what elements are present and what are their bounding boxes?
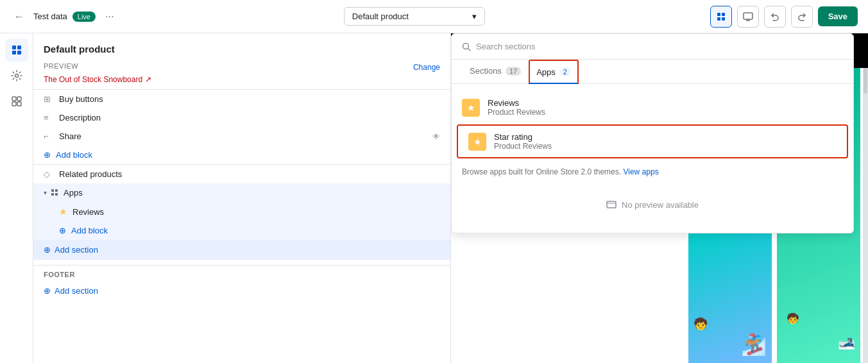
sections-icon[interactable] — [5, 38, 28, 62]
add-section-icon: ⊕ — [44, 245, 51, 255]
svg-point-11 — [15, 74, 18, 78]
svg-rect-10 — [17, 51, 21, 55]
sidebar-item-description[interactable]: ≡ Description — [33, 108, 450, 127]
sidebar-add-block-2[interactable]: ⊕ Add block — [33, 221, 450, 240]
tab-sections[interactable]: Sections 17 — [462, 60, 529, 83]
overlay-content: ★ Reviews Product Reviews ★ Star rati — [452, 84, 853, 233]
description-icon: ≡ — [44, 113, 54, 122]
svg-rect-16 — [51, 189, 54, 192]
sidebar-item-share[interactable]: ⌐ Share 👁 — [33, 127, 450, 146]
sidebar-item-related-products[interactable]: ◇ Related products — [33, 165, 450, 183]
chevron-icon: ▾ — [44, 189, 47, 196]
sidebar: Default product PREVIEW Change The Out o… — [33, 33, 451, 363]
footer-add-icon: ⊕ — [44, 286, 51, 296]
apps-icon[interactable] — [5, 90, 28, 113]
scrollbar[interactable] — [863, 68, 868, 363]
svg-rect-15 — [17, 102, 21, 106]
star-rating-badge: ★ — [468, 133, 486, 151]
svg-rect-7 — [12, 46, 16, 49]
buy-buttons-icon: ⊞ — [44, 94, 54, 104]
overlay-tabs: Sections 17 Apps 2 — [452, 60, 853, 84]
svg-rect-2 — [717, 17, 720, 21]
main-area: Default product PREVIEW Change The Out o… — [0, 33, 868, 363]
star-rating-inner[interactable]: ★ Star rating Product Reviews — [458, 126, 847, 157]
apps-section-icon — [51, 189, 60, 198]
apps-label: Apps — [64, 188, 83, 198]
related-products-icon: ◇ — [44, 169, 54, 179]
change-button[interactable]: Change — [413, 63, 440, 72]
svg-rect-12 — [12, 97, 16, 101]
preview-container: Sections 17 Apps 2 ★ Reviews Produ — [451, 33, 868, 363]
chevron-down-icon: ▾ — [472, 12, 477, 21]
add-section-button[interactable]: ⊕ Add section — [33, 240, 450, 260]
add-icon-2: ⊕ — [59, 226, 66, 235]
reviews-list-item[interactable]: ★ Reviews Product Reviews — [452, 92, 853, 123]
add-icon-1: ⊕ — [44, 150, 51, 160]
no-preview-icon — [606, 199, 617, 210]
reviews-star-icon: ★ — [59, 207, 67, 217]
sidebar-reviews-item[interactable]: ★ Reviews — [33, 202, 450, 221]
svg-line-21 — [468, 48, 471, 51]
svg-rect-18 — [51, 193, 54, 196]
left-icon-strip — [0, 33, 33, 363]
eye-icon: 👁 — [432, 132, 440, 141]
topbar-left: ← Test data Live ··· — [10, 8, 119, 26]
footer-add-section-button[interactable]: ⊕ Add section — [33, 281, 450, 301]
svg-rect-3 — [722, 17, 725, 21]
overlay-search-row — [452, 34, 853, 60]
footer-label: FOOTER — [33, 266, 450, 281]
topbar: ← Test data Live ··· Default product ▾ — [0, 0, 868, 33]
svg-rect-22 — [607, 201, 616, 208]
preview-label: PREVIEW — [44, 62, 78, 70]
svg-rect-9 — [12, 51, 16, 55]
topbar-center: Default product ▾ — [126, 7, 702, 26]
sidebar-title: Default product — [44, 44, 440, 55]
template-selector[interactable]: Default product ▾ — [344, 7, 485, 26]
sidebar-add-block-1[interactable]: ⊕ Add block — [33, 146, 450, 164]
svg-rect-4 — [744, 13, 753, 19]
preview-link[interactable]: The Out of Stock Snowboard ↗ — [44, 75, 440, 84]
topbar-right: Save — [710, 6, 858, 28]
apps-section: ▾ Apps ★ Reviews ⊕ Add block — [33, 183, 450, 240]
no-preview-area: No preview available — [452, 184, 853, 225]
tab-apps[interactable]: Apps 2 — [529, 60, 579, 84]
apps-header[interactable]: ▾ Apps — [33, 183, 450, 202]
share-icon: ⌐ — [44, 131, 54, 141]
browse-text: Browse apps built for Online Store 2.0 t… — [452, 160, 853, 184]
svg-rect-8 — [17, 46, 21, 49]
reviews-star-badge: ★ — [462, 99, 480, 117]
grid-icon-button[interactable] — [710, 6, 732, 28]
reviews-info: Reviews Product Reviews — [488, 98, 545, 117]
star-rating-info: Star rating Product Reviews — [494, 132, 552, 151]
template-name: Default product — [352, 12, 409, 21]
live-badge: Live — [72, 12, 96, 22]
scrollbar-thumb[interactable] — [864, 68, 867, 94]
view-apps-link[interactable]: View apps — [623, 167, 658, 176]
overlay-panel: Sections 17 Apps 2 ★ Reviews Produ — [451, 33, 854, 233]
search-icon — [462, 42, 471, 51]
svg-rect-0 — [717, 13, 720, 16]
svg-rect-17 — [55, 189, 58, 192]
undo-button[interactable] — [764, 6, 786, 28]
svg-rect-13 — [17, 97, 21, 101]
monitor-icon-button[interactable] — [737, 6, 759, 28]
store-name: Test data — [33, 12, 67, 21]
back-button[interactable]: ← — [10, 8, 28, 26]
settings-icon[interactable] — [5, 64, 28, 87]
sidebar-header: Default product PREVIEW Change The Out o… — [33, 33, 450, 89]
more-button[interactable]: ··· — [101, 8, 119, 26]
search-input[interactable] — [476, 42, 843, 51]
sidebar-item-buy-buttons[interactable]: ⊞ Buy buttons — [33, 90, 450, 108]
apps-count: 2 — [559, 67, 571, 76]
redo-button[interactable] — [791, 6, 813, 28]
sections-count: 17 — [506, 67, 521, 76]
svg-rect-14 — [12, 102, 16, 106]
svg-rect-19 — [55, 193, 58, 196]
star-rating-list-item[interactable]: ★ Star rating Product Reviews — [457, 124, 848, 158]
svg-rect-1 — [722, 13, 725, 16]
save-button[interactable]: Save — [818, 6, 858, 26]
